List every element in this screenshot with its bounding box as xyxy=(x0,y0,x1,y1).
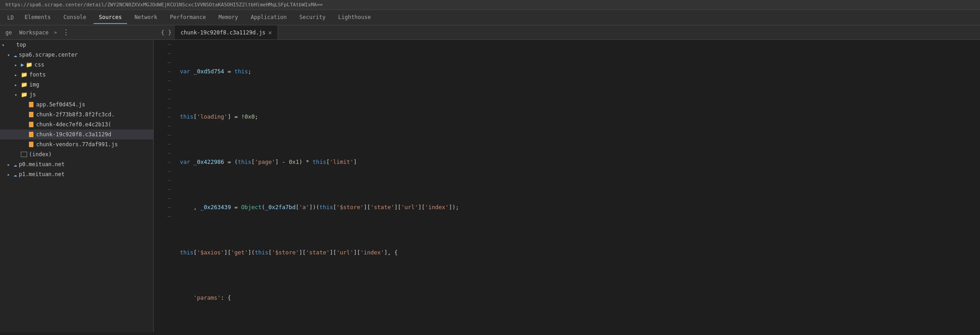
tab-sources[interactable]: Sources xyxy=(94,11,127,24)
line-numbers: – – – – – – – – – – – – – – – – – – – – xyxy=(154,40,176,332)
p0-label: p0.meituan.net xyxy=(19,161,65,168)
sidebar-item-index[interactable]: (index) xyxy=(0,149,153,159)
file-tab-close[interactable]: × xyxy=(268,29,272,36)
workspace-label[interactable]: Workspace xyxy=(17,29,50,36)
arrow-fonts xyxy=(14,72,21,77)
js-label: js xyxy=(29,91,36,98)
code-content: var _0xd5d754 = this; this['loading'] = … xyxy=(176,40,980,332)
devtools-tabbar: LD Elements Console Sources Network Perf… xyxy=(0,10,980,25)
chunk-vendors-label: chunk-vendors.77daf991.js xyxy=(36,141,118,148)
index-label: (index) xyxy=(29,151,52,158)
arrow-img xyxy=(14,82,21,87)
arrow-domain xyxy=(7,53,14,57)
tab-application[interactable]: Application xyxy=(245,11,292,24)
code-view: – – – – – – – – – – – – – – – – – – – – xyxy=(154,40,980,332)
folder-box-fonts: 📁 xyxy=(21,72,28,78)
page-label: ge xyxy=(4,29,14,36)
tab-console[interactable]: Console xyxy=(58,11,92,24)
sidebar-item-chunk2[interactable]: chunk-4dec7ef0.e4c2b13( xyxy=(0,120,153,129)
tab-performance[interactable]: Performance xyxy=(165,11,211,24)
code-line-6: 'params': { xyxy=(180,293,976,302)
tab-ld[interactable]: LD xyxy=(4,12,17,24)
sidebar-item-fonts[interactable]: 📁 fonts xyxy=(0,70,153,80)
chevron-icon: » xyxy=(54,29,57,35)
sidebar-item-css[interactable]: ▶ 📁 css xyxy=(0,60,153,70)
folder-box-js: 📁 xyxy=(21,91,28,98)
folder-icon-css: ▶ xyxy=(21,62,24,68)
file-icon-app xyxy=(28,101,34,108)
arrow-js xyxy=(14,92,21,97)
code-line-2: this['loading'] = !0x0; xyxy=(180,112,976,121)
file-icon-chunk1 xyxy=(28,111,34,118)
arrow-top xyxy=(2,43,8,48)
sidebar-item-top[interactable]: top xyxy=(0,40,153,50)
tab-memory[interactable]: Memory xyxy=(213,11,243,24)
folder-box-img: 📁 xyxy=(21,81,28,88)
code-line-1: var _0xd5d754 = this; xyxy=(180,67,976,76)
sidebar-item-app-js[interactable]: app.5ef0d454.js xyxy=(0,100,153,110)
domain-label: spa6.scrape.center xyxy=(19,52,78,58)
folder-box-css: 📁 xyxy=(26,62,33,68)
editor-area[interactable]: – – – – – – – – – – – – – – – – – – – – xyxy=(154,40,980,332)
sidebar-item-domain[interactable]: spa6.scrape.center xyxy=(0,50,153,60)
cloud-icon-p1 xyxy=(14,171,19,178)
toolbar-dots-menu[interactable]: ⋮ xyxy=(61,28,71,37)
p1-label: p1.meituan.net xyxy=(19,171,65,177)
arrow-css xyxy=(14,62,21,67)
arrow-p1 xyxy=(7,172,14,177)
file-icon-chunk2 xyxy=(28,121,34,128)
file-tab-name: chunk-19c920f8.c3a1129d.js xyxy=(180,29,265,36)
top-label: top xyxy=(16,42,26,48)
sources-toolbar-left: ge Workspace » ⋮ xyxy=(4,28,157,37)
sidebar-item-p0[interactable]: p0.meituan.net xyxy=(0,159,153,169)
main-layout: top spa6.scrape.center ▶ 📁 css 📁 fonts 📁… xyxy=(0,40,980,332)
chunk2-label: chunk-4dec7ef0.e4c2b13( xyxy=(36,121,111,128)
arrow-p0 xyxy=(7,162,14,167)
cloud-icon-p0 xyxy=(14,161,19,168)
app-js-label: app.5ef0d454.js xyxy=(36,101,85,108)
file-tab-chunk[interactable]: chunk-19c920f8.c3a1129d.js × xyxy=(175,25,278,39)
sidebar-item-chunk-vendors[interactable]: chunk-vendors.77daf991.js xyxy=(0,139,153,149)
sidebar-item-chunk1[interactable]: chunk-2f73b8f3.8f2fc3cd. xyxy=(0,110,153,120)
tab-elements[interactable]: Elements xyxy=(19,11,56,24)
url-text: https://spa6.scrape.center/detail/ZWY2NC… xyxy=(5,2,323,8)
tab-security[interactable]: Security xyxy=(294,11,331,24)
sidebar-item-chunk3[interactable]: chunk-19c920f8.c3a1129d xyxy=(0,129,153,139)
file-icon-chunk3 xyxy=(28,131,34,138)
file-icon-index xyxy=(21,152,27,157)
bracket-icon: { } xyxy=(157,29,175,36)
chunk1-label: chunk-2f73b8f3.8f2fc3cd. xyxy=(36,111,114,118)
code-line-3: var _0x422986 = (this['page'] - 0x1) * t… xyxy=(180,158,976,167)
cloud-icon-domain xyxy=(14,52,19,58)
sidebar-item-img[interactable]: 📁 img xyxy=(0,80,153,90)
sources-toolbar: ge Workspace » ⋮ { } chunk-19c920f8.c3a1… xyxy=(0,25,980,40)
code-line-4: , _0x263439 = Object(_0x2fa7bd['a'])(thi… xyxy=(180,203,976,212)
tab-lighthouse[interactable]: Lighthouse xyxy=(333,11,376,24)
chunk3-label: chunk-19c920f8.c3a1129d xyxy=(36,131,111,138)
url-bar: https://spa6.scrape.center/detail/ZWY2NC… xyxy=(0,0,980,10)
fonts-label: fonts xyxy=(29,72,46,78)
sidebar-item-js[interactable]: 📁 js xyxy=(0,90,153,100)
sidebar-item-p1[interactable]: p1.meituan.net xyxy=(0,169,153,179)
img-label: img xyxy=(29,81,39,88)
file-icon-chunk-vendors xyxy=(28,141,34,148)
sidebar: top spa6.scrape.center ▶ 📁 css 📁 fonts 📁… xyxy=(0,40,154,332)
file-tab-bar: { } chunk-19c920f8.c3a1129d.js × xyxy=(157,25,976,39)
tab-network[interactable]: Network xyxy=(129,11,163,24)
code-line-5: this['$axios']['get'](this['$store']['st… xyxy=(180,248,976,257)
css-label: css xyxy=(34,62,44,68)
